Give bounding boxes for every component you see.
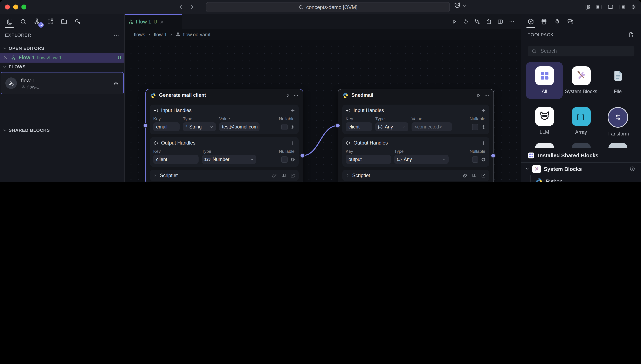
toggle-right-sidebar-button[interactable] <box>619 4 625 10</box>
forward-button[interactable] <box>189 4 195 10</box>
nullable-checkbox[interactable] <box>281 124 288 130</box>
open-editor-item[interactable]: Flow 1 flows/flow-1 U <box>0 53 124 62</box>
input-port-client[interactable] <box>335 123 340 128</box>
flow-card-title: flow-1 <box>21 77 109 84</box>
explorer-files-tab[interactable] <box>5 16 14 27</box>
input-type-select[interactable]: {..} Any <box>375 122 408 131</box>
account-menu[interactable] <box>453 2 466 10</box>
category-all[interactable]: All <box>526 62 563 99</box>
node-menu-button[interactable] <box>484 92 489 98</box>
minimize-window-button[interactable] <box>13 4 18 10</box>
open-external-button[interactable] <box>290 173 295 178</box>
nullable-checkbox[interactable] <box>281 156 288 162</box>
input-value-field[interactable]: test@oomol.com <box>219 122 260 131</box>
node-generate-mail-client[interactable]: Generate mail client Input Handles <box>145 89 303 182</box>
run-flow-button[interactable] <box>451 18 457 24</box>
search-tab[interactable] <box>19 16 28 27</box>
customize-layout-button[interactable] <box>584 4 591 10</box>
info-icon-button[interactable] <box>629 166 635 172</box>
chat-tab[interactable] <box>566 16 575 27</box>
category-file[interactable]: File <box>599 62 636 99</box>
toolpack-search[interactable] <box>528 46 634 56</box>
handle-settings-button[interactable] <box>290 157 295 162</box>
flows-section-header[interactable]: FLOWS <box>0 62 124 71</box>
book-icon <box>281 173 286 178</box>
input-key-field[interactable]: client <box>346 122 372 131</box>
output-type-select[interactable]: 123 Number <box>202 155 256 164</box>
add-input-button[interactable] <box>481 108 486 113</box>
more-actions-button[interactable] <box>509 18 515 24</box>
breadcrumb-flows[interactable]: flows <box>134 32 145 38</box>
toggle-left-sidebar-button[interactable] <box>596 4 602 10</box>
export-button[interactable] <box>486 18 492 24</box>
gear-icon <box>113 80 119 86</box>
open-editors-header[interactable]: OPEN EDITORS <box>0 44 124 53</box>
input-port-email[interactable] <box>143 123 148 128</box>
output-key-field[interactable]: output <box>346 155 391 164</box>
flow-card[interactable]: flow-1 flow-1 <box>1 72 124 94</box>
category-transform[interactable]: Transform <box>599 103 636 141</box>
close-editor-button[interactable] <box>3 55 8 60</box>
scriptlet-row[interactable]: Scriptlet <box>150 170 299 181</box>
node-menu-button[interactable] <box>293 92 299 98</box>
new-toolpack-button[interactable] <box>628 32 634 38</box>
input-type-select[interactable]: “ String <box>183 122 216 131</box>
back-button[interactable] <box>178 4 185 10</box>
add-input-button[interactable] <box>290 108 295 113</box>
nullable-checkbox[interactable] <box>472 156 478 162</box>
input-value-field[interactable]: <connected> <box>412 122 452 131</box>
flows-tab[interactable]: 12 <box>32 16 41 27</box>
flow-canvas[interactable]: Generate mail client Input Handles <box>125 40 521 182</box>
node-snedmail[interactable]: Snedmail Input Handles KeyTy <box>338 89 494 182</box>
open-external-button[interactable] <box>481 173 486 178</box>
shared-blocks-header[interactable]: SHARED BLOCKS <box>0 126 124 135</box>
flow-settings-button[interactable] <box>113 80 119 86</box>
handle-settings-button[interactable] <box>481 157 486 162</box>
toggle-bottom-panel-button[interactable] <box>607 4 614 10</box>
settings-gear-button[interactable] <box>630 4 637 10</box>
compare-button[interactable] <box>474 18 480 24</box>
nullable-checkbox[interactable] <box>472 124 478 130</box>
add-output-button[interactable] <box>290 140 295 146</box>
marketplace-tab[interactable] <box>539 16 548 27</box>
blocks-tab[interactable] <box>46 16 55 27</box>
output-key-field[interactable]: client <box>153 155 199 164</box>
handle-settings-button[interactable] <box>481 124 486 130</box>
output-port-output[interactable] <box>490 153 496 158</box>
input-key-field[interactable]: email <box>153 122 180 131</box>
category-array[interactable]: [ ] Array <box>563 103 599 141</box>
handle-settings-button[interactable] <box>290 124 295 130</box>
block-python[interactable]: Python <box>531 175 641 182</box>
tab-strip: Flow 1 U <box>125 14 521 29</box>
add-output-button[interactable] <box>481 140 486 146</box>
maximize-window-button[interactable] <box>22 4 26 10</box>
category-llm[interactable]: LLM <box>526 103 563 141</box>
run-node-button[interactable] <box>476 92 481 98</box>
output-port-client[interactable] <box>300 153 305 158</box>
folder-tab[interactable] <box>59 16 68 27</box>
scriptlet-row[interactable]: Scriptlet <box>342 170 489 181</box>
breadcrumb-file[interactable]: flow.oo.yaml <box>183 32 210 38</box>
run-node-button[interactable] <box>285 92 290 98</box>
tab-flow-1[interactable]: Flow 1 U <box>125 14 182 29</box>
toolpack-tab[interactable] <box>526 16 535 27</box>
secrets-tab[interactable] <box>73 16 82 27</box>
category-system-blocks[interactable]: System Blocks <box>563 62 599 99</box>
docs-button[interactable] <box>472 173 477 178</box>
tab-modified-badge: U <box>154 19 157 24</box>
workspace-search-bar[interactable]: concepts-demo [OVM] <box>206 2 450 12</box>
attach-button[interactable] <box>272 173 277 178</box>
output-type-select[interactable]: {..} Any <box>394 155 449 164</box>
split-editor-button[interactable] <box>497 18 503 24</box>
deploy-tab[interactable] <box>552 16 561 27</box>
close-window-button[interactable] <box>5 4 10 10</box>
breadcrumb-flow-1[interactable]: flow-1 <box>154 32 167 38</box>
attach-button[interactable] <box>463 173 468 178</box>
toolpack-search-input[interactable] <box>540 48 631 54</box>
docs-button[interactable] <box>281 173 286 178</box>
group-system-blocks[interactable]: System Blocks <box>521 163 641 175</box>
tab-close-button[interactable] <box>159 20 164 24</box>
explorer-more-button[interactable] <box>113 32 120 38</box>
rerun-button[interactable] <box>463 18 469 24</box>
all-blocks-icon <box>528 152 535 159</box>
